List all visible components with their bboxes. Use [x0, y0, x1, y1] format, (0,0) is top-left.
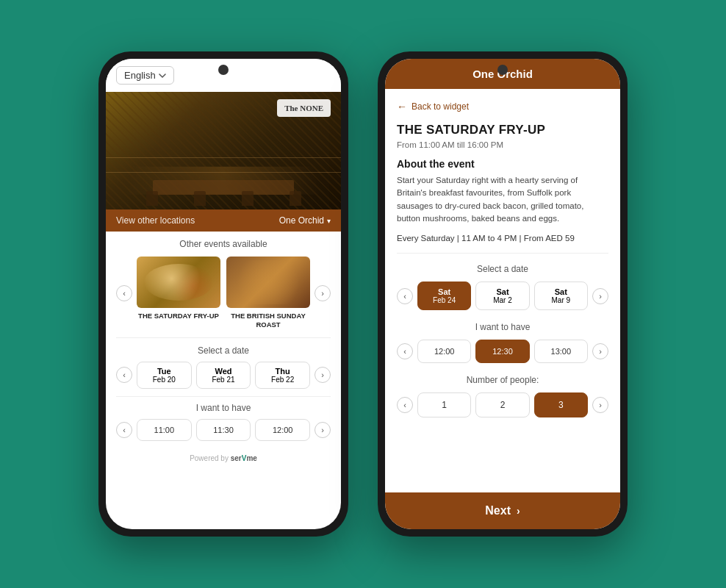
current-location: One Orchid ▾: [279, 215, 331, 226]
restaurant-image: The NONE: [106, 92, 341, 209]
right-screen: One Orchid ← Back to widget THE SATURDAY…: [385, 59, 620, 529]
date-carousel: ‹ Tue Feb 20 Wed Feb 21 Thu Feb 22 ›: [116, 362, 331, 389]
time-cards: 11:00 11:30 12:00: [137, 419, 310, 441]
date-title: Select a date: [116, 345, 331, 356]
people-carousel: ‹ 1 2 3 ›: [397, 392, 608, 417]
right-time-prev-button[interactable]: ‹: [397, 343, 413, 359]
events-prev-button[interactable]: ‹: [116, 285, 132, 301]
location-chevron-icon: ▾: [327, 217, 331, 225]
right-date-num-1: Mar 2: [479, 296, 525, 304]
location-bar: View other locations One Orchid ▾: [106, 209, 341, 232]
date-num-2: Feb 22: [259, 376, 306, 384]
right-time-card-0[interactable]: 12:00: [417, 340, 471, 363]
date-prev-button[interactable]: ‹: [116, 367, 132, 383]
next-button[interactable]: Next ›: [385, 492, 620, 529]
right-date-day-0: Sat: [421, 287, 467, 296]
right-date-num-2: Mar 9: [538, 296, 584, 304]
time-card-1[interactable]: 11:30: [196, 419, 251, 441]
right-phone: One Orchid ← Back to widget THE SATURDAY…: [378, 51, 628, 537]
right-phone-notch: [497, 65, 508, 75]
right-date-section: Select a date ‹ Sat Feb 24 Sat Mar 2: [397, 264, 608, 310]
date-card-0[interactable]: Tue Feb 20: [137, 362, 192, 389]
date-card-2[interactable]: Thu Feb 22: [255, 362, 310, 389]
right-date-card-2[interactable]: Sat Mar 9: [534, 282, 588, 310]
right-time-carousel: ‹ 12:00 12:30 13:00 ›: [397, 340, 608, 363]
people-card-1[interactable]: 2: [475, 392, 529, 417]
back-to-widget[interactable]: ← Back to widget: [397, 101, 608, 112]
date-section: Select a date ‹ Tue Feb 20 Wed Feb 21 Th…: [106, 338, 341, 396]
view-other-locations[interactable]: View other locations: [116, 215, 195, 226]
event-title-roast: THE BRITISH SUNDAY ROAST: [226, 312, 310, 330]
events-title: Other events available: [116, 239, 331, 249]
language-selector[interactable]: English: [116, 66, 174, 85]
time-carousel: ‹ 11:00 11:30 12:00 ›: [116, 419, 331, 441]
right-date-title: Select a date: [397, 264, 608, 274]
time-card-2[interactable]: 12:00: [255, 419, 310, 441]
event-name: THE SATURDAY FRY-UP: [397, 123, 608, 137]
date-num-0: Feb 20: [140, 376, 188, 384]
left-screen: English The NONE: [106, 59, 341, 529]
about-text: Start your Saturday right with a hearty …: [397, 174, 608, 225]
event-summary: Every Saturday | 11 AM to 4 PM | From AE…: [397, 234, 608, 254]
right-date-card-1[interactable]: Sat Mar 2: [475, 282, 529, 310]
chevron-down-icon: [159, 72, 166, 79]
events-carousel: ‹ THE SATURDAY FRY-UP THE BRITISH SUNDAY…: [116, 257, 331, 330]
restaurant-logo: The NONE: [277, 99, 331, 117]
people-card-0[interactable]: 1: [417, 392, 471, 417]
people-card-2[interactable]: 3: [534, 392, 588, 417]
event-card-fryup[interactable]: THE SATURDAY FRY-UP: [137, 257, 220, 330]
date-day-2: Thu: [259, 367, 306, 376]
date-day-1: Wed: [200, 367, 248, 376]
right-date-carousel: ‹ Sat Feb 24 Sat Mar 2 Sat Mar 9: [397, 282, 608, 310]
right-content: ← Back to widget THE SATURDAY FRY-UP Fro…: [385, 89, 620, 492]
right-date-cards: Sat Feb 24 Sat Mar 2 Sat Mar 9: [417, 282, 588, 310]
right-time-card-1[interactable]: 12:30: [475, 340, 529, 363]
time-card-0[interactable]: 11:00: [137, 419, 192, 441]
right-date-prev-button[interactable]: ‹: [397, 288, 413, 304]
language-bar: English: [106, 59, 341, 92]
date-num-1: Feb 21: [200, 376, 248, 384]
back-arrow-icon: ←: [397, 101, 407, 112]
time-section: I want to have ‹ 11:00 11:30 12:00 ›: [106, 397, 341, 447]
people-next-button[interactable]: ›: [592, 397, 608, 413]
people-title: Number of people:: [397, 375, 608, 385]
time-prev-button[interactable]: ‹: [116, 422, 132, 438]
event-image-fryup: [137, 257, 220, 308]
right-date-num-0: Feb 24: [421, 296, 467, 304]
date-cards: Tue Feb 20 Wed Feb 21 Thu Feb 22: [137, 362, 310, 389]
next-chevron-icon: ›: [517, 505, 520, 517]
people-cards: 1 2 3: [417, 392, 588, 417]
event-title-fryup: THE SATURDAY FRY-UP: [137, 312, 220, 320]
time-title: I want to have: [116, 403, 331, 413]
people-prev-button[interactable]: ‹: [397, 397, 413, 413]
right-time-next-button[interactable]: ›: [592, 343, 608, 359]
people-section: Number of people: ‹ 1 2 3 ›: [397, 375, 608, 417]
brand-name: serVme: [231, 454, 257, 462]
time-next-button[interactable]: ›: [315, 422, 331, 438]
right-time-cards: 12:00 12:30 13:00: [417, 340, 588, 363]
event-image-roast: [226, 257, 310, 308]
events-next-button[interactable]: ›: [315, 285, 331, 301]
right-date-next-button[interactable]: ›: [592, 288, 608, 304]
date-day-0: Tue: [140, 367, 188, 376]
right-date-card-0[interactable]: Sat Feb 24: [417, 282, 471, 310]
right-time-section: I want to have ‹ 12:00 12:30 13:00: [397, 322, 608, 363]
event-time: From 11:00 AM till 16:00 PM: [397, 140, 608, 149]
date-card-1[interactable]: Wed Feb 21: [196, 362, 251, 389]
about-title: About the event: [397, 158, 608, 170]
event-cards: THE SATURDAY FRY-UP THE BRITISH SUNDAY R…: [137, 257, 310, 330]
events-section: Other events available ‹ THE SATURDAY FR…: [106, 232, 341, 337]
event-card-roast[interactable]: THE BRITISH SUNDAY ROAST: [226, 257, 310, 330]
right-time-title: I want to have: [397, 322, 608, 332]
right-date-day-2: Sat: [538, 287, 584, 296]
powered-by: Powered by serVme: [106, 447, 341, 470]
language-label: English: [124, 70, 156, 81]
phone-notch: [218, 65, 229, 75]
right-time-card-2[interactable]: 13:00: [534, 340, 588, 363]
left-phone: English The NONE: [98, 51, 348, 537]
right-date-day-1: Sat: [479, 287, 525, 296]
date-next-button[interactable]: ›: [315, 367, 331, 383]
